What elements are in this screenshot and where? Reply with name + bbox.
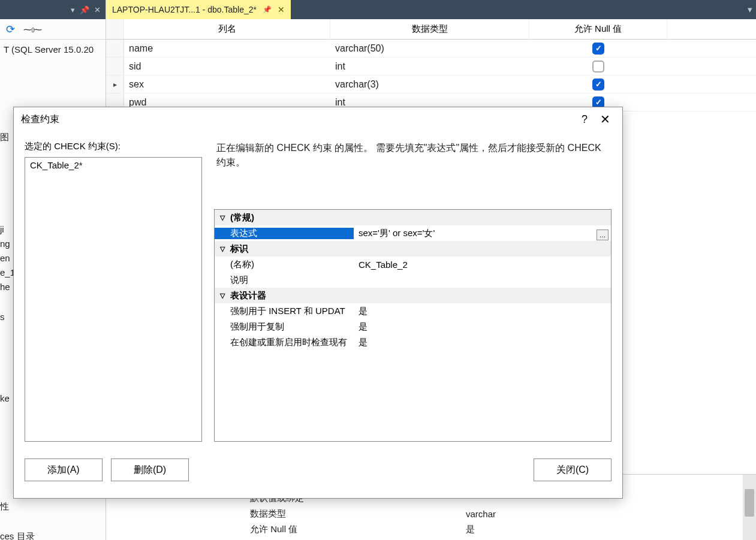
tree-fragment: ng: [0, 239, 14, 249]
pin-icon[interactable]: 📌: [263, 5, 272, 14]
header-col-name: 列名: [124, 19, 330, 39]
property-label: 允许 Null 值: [232, 524, 466, 535]
cell-data-type[interactable]: varchar(3): [330, 76, 529, 93]
tree-fragment: ke: [0, 393, 14, 403]
cell-allow-null[interactable]: ✓: [529, 76, 667, 93]
prop-expression[interactable]: 表达式 sex='男' or sex='女'…: [215, 225, 611, 241]
group-general[interactable]: ▽(常规): [215, 210, 611, 225]
cell-column-name[interactable]: name: [124, 40, 330, 57]
cell-data-type[interactable]: int: [330, 58, 529, 75]
tree-fragment: he: [0, 282, 14, 292]
row-indicator: [106, 40, 124, 57]
tab-title: LAPTOP-HLAU2TJT...1 - dbo.Table_2*: [112, 5, 257, 14]
dialog-left-pane: 选定的 CHECK 约束(S): CK_Table_2*: [25, 141, 202, 442]
designer-row[interactable]: namevarchar(50)✓: [106, 40, 756, 58]
tree-fragment: s: [0, 312, 14, 322]
chevron-down-icon[interactable]: ▽: [218, 292, 227, 300]
property-label: 数据类型: [232, 508, 466, 520]
dialog-title: 检查约束: [21, 113, 574, 126]
refresh-icon[interactable]: ⟳: [6, 23, 15, 36]
dropdown-icon[interactable]: ▾: [71, 5, 75, 14]
cell-allow-null[interactable]: ✓: [529, 40, 667, 57]
checkbox-icon[interactable]: ✓: [592, 43, 604, 55]
chevron-down-icon[interactable]: ▽: [218, 245, 227, 253]
constraint-list-item[interactable]: CK_Table_2*: [25, 158, 201, 173]
close-icon[interactable]: ✕: [94, 5, 101, 14]
cell-allow-null[interactable]: [529, 58, 667, 75]
dialog-button-row: 添加(A) 删除(D) 关闭(C): [25, 454, 612, 498]
table-designer: 列名 数据类型 允许 Null 值 namevarchar(50)✓sidint…: [106, 19, 756, 111]
scrollbar-vertical[interactable]: [743, 475, 756, 540]
group-designer[interactable]: ▽表设计器: [215, 288, 611, 303]
cell-column-name[interactable]: sid: [124, 58, 330, 75]
header-data-type: 数据类型: [330, 19, 529, 39]
close-button[interactable]: 关闭(C): [534, 458, 612, 481]
check-constraints-dialog: 检查约束 ? ✕ 选定的 CHECK 约束(S): CK_Table_2* 正在…: [13, 107, 623, 499]
add-button[interactable]: 添加(A): [25, 458, 103, 481]
dialog-description: 正在编辑新的 CHECK 约束 的属性。 需要先填充"表达式"属性，然后才能接受…: [214, 141, 612, 201]
property-value[interactable]: 是: [466, 524, 475, 535]
property-grid[interactable]: ▽(常规) 表达式 sex='男' or sex='女'… ▽标识 (名称) C…: [214, 209, 612, 442]
prop-description[interactable]: 说明: [215, 272, 611, 288]
close-icon[interactable]: ✕: [595, 112, 615, 126]
expression-value[interactable]: sex='男' or sex='女': [359, 228, 435, 239]
panel-toolbar: ⟳ ⁓⩇⁓: [0, 19, 106, 40]
tree-fragment: ji: [0, 224, 14, 234]
dialog-title-bar: 检查约束 ? ✕: [14, 107, 622, 131]
property-row[interactable]: 数据类型varchar: [232, 506, 756, 521]
tab-table-designer[interactable]: LAPTOP-HLAU2TJT...1 - dbo.Table_2* 📌 ✕: [106, 0, 291, 19]
cell-data-type[interactable]: varchar(50): [330, 40, 529, 57]
designer-header: 列名 数据类型 允许 Null 值: [106, 19, 756, 40]
ellipsis-button[interactable]: …: [597, 230, 609, 240]
activity-icon[interactable]: ⁓⩇⁓: [23, 25, 41, 34]
constraint-list[interactable]: CK_Table_2*: [25, 157, 202, 442]
pin-icon[interactable]: 📌: [80, 5, 89, 14]
tab-bar-overflow[interactable]: ▾: [291, 0, 756, 19]
property-value[interactable]: varchar: [466, 509, 496, 519]
help-icon[interactable]: ?: [574, 113, 595, 126]
server-node[interactable]: T (SQL Server 15.0.20: [0, 43, 106, 56]
prop-enforce-insert-update[interactable]: 强制用于 INSERT 和 UPDAT 是: [215, 303, 611, 319]
chevron-down-icon[interactable]: ▽: [218, 214, 227, 222]
row-indicator: ▸: [106, 76, 124, 93]
close-icon[interactable]: ✕: [278, 5, 285, 14]
checkbox-icon[interactable]: [592, 61, 604, 73]
tree-fragment: 性: [0, 501, 24, 512]
header-allow-null: 允许 Null 值: [529, 19, 667, 39]
scrollbar-thumb[interactable]: [745, 489, 754, 517]
cell-column-name[interactable]: sex: [124, 76, 330, 93]
tree-fragment: ces 目录: [0, 531, 48, 540]
row-gutter-header: [106, 19, 124, 39]
document-tab-bar: LAPTOP-HLAU2TJT...1 - dbo.Table_2* 📌 ✕ ▾: [106, 0, 756, 19]
property-row[interactable]: 允许 Null 值是: [232, 521, 756, 537]
dialog-body: 选定的 CHECK 约束(S): CK_Table_2* 正在编辑新的 CHEC…: [14, 131, 622, 498]
prop-name[interactable]: (名称) CK_Table_2: [215, 257, 611, 272]
group-identity[interactable]: ▽标识: [215, 241, 611, 257]
tree-fragment: 图: [0, 132, 14, 143]
panel-title-bar: ▾ 📌 ✕: [0, 0, 106, 19]
dialog-right-pane: 正在编辑新的 CHECK 约束 的属性。 需要先填充"表达式"属性，然后才能接受…: [214, 141, 612, 442]
prop-check-existing[interactable]: 在创建或重新启用时检查现有 是: [215, 334, 611, 350]
prop-enforce-replication[interactable]: 强制用于复制 是: [215, 319, 611, 334]
delete-button[interactable]: 删除(D): [111, 458, 189, 481]
constraint-list-label: 选定的 CHECK 约束(S):: [25, 141, 202, 152]
row-indicator: [106, 58, 124, 75]
tree-fragment: en: [0, 253, 14, 263]
object-explorer-tree[interactable]: T (SQL Server 15.0.20: [0, 40, 106, 56]
checkbox-icon[interactable]: ✓: [592, 79, 604, 90]
designer-row[interactable]: sidint: [106, 58, 756, 76]
tree-fragment: e_1: [0, 267, 14, 277]
designer-row[interactable]: ▸sexvarchar(3)✓: [106, 76, 756, 93]
